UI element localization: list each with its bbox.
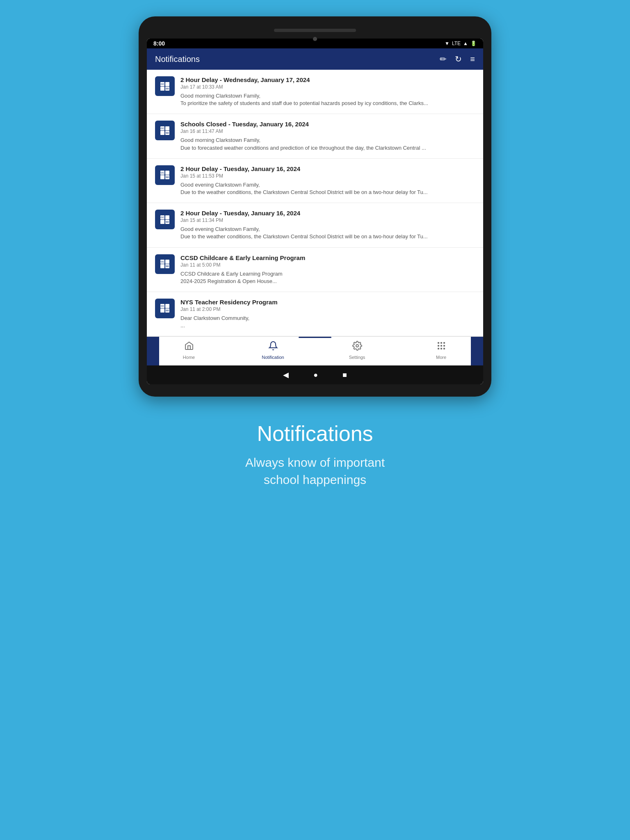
status-icons: ▼ LTE ▲ 🔋 [445, 41, 477, 46]
notification-title: NYS Teacher Residency Program [180, 299, 475, 306]
school-logo: CC SD [155, 299, 175, 318]
svg-rect-8 [441, 348, 442, 349]
refresh-icon[interactable]: ↻ [455, 54, 462, 64]
lte-label: LTE [452, 41, 461, 46]
nav-label-settings: Settings [349, 355, 365, 360]
notification-date: Jan 15 at 11:53 PM [180, 173, 475, 179]
menu-icon[interactable]: ≡ [470, 55, 475, 64]
svg-rect-9 [443, 348, 445, 349]
nav-label-home: Home [183, 355, 195, 360]
school-logo: CC SD [155, 121, 175, 140]
promotional-section: Notifications Always know of importantsc… [229, 397, 401, 513]
notification-body-line2: 2024-2025 Registration & Open House... [180, 278, 475, 285]
nav-item-settings[interactable]: Settings [343, 341, 372, 360]
notification-content: Schools Closed - Tuesday, January 16, 20… [180, 121, 475, 151]
school-logo: CC SD [155, 210, 175, 229]
wifi-icon: ▼ [445, 41, 450, 46]
notification-item[interactable]: CC SD 2 Hour Delay - Tuesday, January 16… [147, 203, 483, 247]
tablet-device: 8:00 ▼ LTE ▲ 🔋 Notifications ✏ ↻ ≡ CC [139, 16, 491, 397]
notification-title: Schools Closed - Tuesday, January 16, 20… [180, 121, 475, 128]
nav-item-home[interactable]: Home [175, 341, 203, 360]
notification-body-line1: Good morning Clarkstown Family, [180, 137, 475, 144]
nav-item-more[interactable]: More [427, 341, 456, 360]
svg-rect-5 [441, 345, 442, 347]
notification-date: Jan 15 at 11:34 PM [180, 217, 475, 223]
notification-body-line1: Good evening Clarkstown Family, [180, 226, 475, 233]
back-button[interactable]: ◀ [283, 370, 289, 379]
notification-body: Good evening Clarkstown Family,Due to th… [180, 181, 475, 196]
notification-body-line1: Good morning Clarkstown Family, [180, 92, 475, 100]
promo-title: Notifications [245, 421, 385, 446]
notification-date: Jan 17 at 10:33 AM [180, 84, 475, 90]
svg-rect-6 [443, 345, 445, 347]
svg-rect-4 [438, 345, 439, 347]
status-time: 8:00 [153, 40, 165, 47]
notification-body: Dear Clarkstown Community,... [180, 315, 475, 329]
notification-item[interactable]: CC SD 2 Hour Delay - Tuesday, January 16… [147, 159, 483, 203]
svg-rect-2 [441, 342, 442, 344]
notification-body-line2: Due to the weather conditions, the Clark… [180, 233, 475, 240]
battery-icon: 🔋 [470, 41, 477, 46]
notification-body-line2: ... [180, 322, 475, 329]
notification-list: CC SD 2 Hour Delay - Wednesday, January … [147, 70, 483, 336]
notification-content: 2 Hour Delay - Tuesday, January 16, 2024… [180, 165, 475, 196]
notification-body: CCSD Childcare & Early Learning Program2… [180, 270, 475, 285]
notification-body: Good evening Clarkstown Family,Due to th… [180, 226, 475, 240]
notification-content: NYS Teacher Residency ProgramJan 11 at 2… [180, 299, 475, 329]
school-logo: CC SD [155, 165, 175, 185]
notification-content: 2 Hour Delay - Wednesday, January 17, 20… [180, 76, 475, 107]
nav-icon-home [184, 341, 194, 353]
notification-body-line1: Dear Clarkstown Community, [180, 315, 475, 322]
android-nav-bar: ◀ ● ■ [147, 365, 483, 384]
svg-rect-1 [438, 342, 439, 344]
notification-item[interactable]: CC SD Schools Closed - Tuesday, January … [147, 114, 483, 158]
notification-content: CCSD Childcare & Early Learning ProgramJ… [180, 254, 475, 285]
notification-title: CCSD Childcare & Early Learning Program [180, 254, 475, 261]
notification-item[interactable]: CC SD 2 Hour Delay - Wednesday, January … [147, 70, 483, 114]
notification-date: Jan 11 at 2:00 PM [180, 306, 475, 312]
svg-rect-7 [438, 348, 439, 349]
tablet-top-bar [274, 29, 356, 32]
notification-body-line2: To prioritize the safety of students and… [180, 100, 475, 107]
notification-item[interactable]: CC SD CCSD Childcare & Early Learning Pr… [147, 248, 483, 292]
header-action-icons: ✏ ↻ ≡ [440, 54, 475, 64]
notification-item[interactable]: CC SD NYS Teacher Residency ProgramJan 1… [147, 292, 483, 336]
notification-content: 2 Hour Delay - Tuesday, January 16, 2024… [180, 210, 475, 240]
nav-icon-settings [352, 341, 362, 353]
notification-date: Jan 11 at 5:00 PM [180, 262, 475, 268]
nav-icon-more [436, 341, 446, 353]
recent-button[interactable]: ■ [342, 371, 347, 379]
school-logo: CC SD [155, 254, 175, 274]
school-logo: CC SD [155, 76, 175, 96]
bottom-navigation: HomeNotificationSettingsMore [147, 336, 483, 365]
nav-label-more: More [436, 355, 446, 360]
promo-subtitle: Always know of importantschool happening… [245, 454, 385, 488]
nav-item-notification[interactable]: Notification [259, 341, 288, 360]
svg-point-0 [356, 345, 358, 347]
page-title: Notifications [155, 55, 200, 64]
edit-icon[interactable]: ✏ [440, 54, 447, 64]
notification-title: 2 Hour Delay - Tuesday, January 16, 2024 [180, 210, 475, 217]
notification-title: 2 Hour Delay - Tuesday, January 16, 2024 [180, 165, 475, 172]
tablet-camera [313, 37, 317, 41]
notification-body: Good morning Clarkstown Family,To priori… [180, 92, 475, 107]
app-header: Notifications ✏ ↻ ≡ [147, 48, 483, 70]
notification-title: 2 Hour Delay - Wednesday, January 17, 20… [180, 76, 475, 83]
tablet-screen: 8:00 ▼ LTE ▲ 🔋 Notifications ✏ ↻ ≡ CC [147, 39, 483, 384]
notification-body: Good morning Clarkstown Family,Due to fo… [180, 137, 475, 151]
svg-rect-3 [443, 342, 445, 344]
notification-body-line1: Good evening Clarkstown Family, [180, 181, 475, 189]
notification-body-line2: Due to the weather conditions, the Clark… [180, 189, 475, 196]
notification-date: Jan 16 at 11:47 AM [180, 128, 475, 134]
notification-body-line1: CCSD Childcare & Early Learning Program [180, 270, 475, 278]
nav-label-notification: Notification [262, 355, 284, 360]
home-button[interactable]: ● [313, 371, 318, 379]
notification-body-line2: Due to forecasted weather conditions and… [180, 144, 475, 152]
signal-icon: ▲ [463, 41, 468, 46]
nav-icon-notification [268, 341, 278, 353]
